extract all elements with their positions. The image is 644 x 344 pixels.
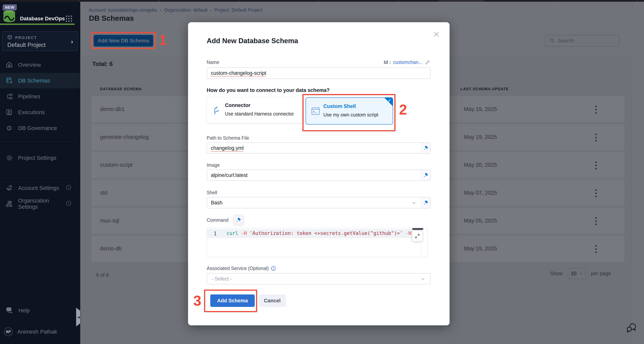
entity-id: Id : customchan... <box>384 59 431 65</box>
shell-select[interactable]: Bash <box>207 197 421 208</box>
annotation-number-3: 3 <box>193 292 201 309</box>
sidebar-item-project-settings[interactable]: Project Settings <box>0 150 80 166</box>
path-input-row: changelog.yml <box>207 142 430 154</box>
annotation-box-3 <box>204 290 257 312</box>
line-number: 1 <box>214 231 217 236</box>
project-label: PROJECT <box>15 36 37 40</box>
executions-icon <box>6 109 13 116</box>
sidebar-item-organization-settings[interactable]: Organization Settings <box>0 196 80 212</box>
image-label: Image <box>207 162 220 168</box>
add-schema-modal: Add New Database Schema Name Id : custom… <box>188 22 450 325</box>
sidebar: NEW Database DevOps PROJECT Default Proj… <box>0 2 80 344</box>
pin-toggle[interactable] <box>421 170 430 181</box>
database-devops-logo-icon <box>2 8 17 24</box>
edit-pencil-icon[interactable] <box>425 59 431 65</box>
user-menu[interactable]: AP Animesh Pathak <box>4 327 57 336</box>
sidebar-item-db-governance[interactable]: DB Governance <box>0 120 80 136</box>
name-label: Name <box>207 60 219 65</box>
fullscreen-icon <box>414 233 420 239</box>
info-icon <box>66 184 72 192</box>
info-icon[interactable] <box>271 266 276 271</box>
sidebar-item-executions[interactable]: Executions <box>0 104 80 120</box>
sidebar-item-overview[interactable]: Overview <box>0 57 80 72</box>
image-input-row: alpine/curl:latest <box>207 170 430 181</box>
close-icon[interactable] <box>432 30 440 38</box>
pin-icon <box>423 172 428 178</box>
help-button[interactable]: ? Help <box>6 306 30 314</box>
name-input[interactable]: custom-changelog-script <box>207 68 430 79</box>
command-label: Command <box>207 218 228 223</box>
annotation-number-2: 2 <box>399 101 407 118</box>
annotation-number-1: 1 <box>159 32 167 48</box>
sidebar-item-db-schemas[interactable]: DB Schemas <box>0 73 80 88</box>
gear-icon <box>6 154 13 162</box>
pin-toggle[interactable] <box>421 142 430 154</box>
command-code-editor[interactable]: 1 curl-H'Authorization: token <+secrets.… <box>207 228 428 257</box>
connector-icon <box>212 106 222 116</box>
help-chat-icon: ? <box>6 306 14 314</box>
chevron-down-icon <box>421 276 425 281</box>
project-name: Default Project <box>7 42 46 48</box>
sidebar-item-pipelines[interactable]: Pipelines <box>0 89 80 104</box>
pipelines-icon <box>6 93 13 100</box>
pin-icon <box>423 200 428 205</box>
shell-label: Shell <box>207 190 217 195</box>
pin-toggle[interactable] <box>233 215 244 225</box>
pin-toggle[interactable] <box>421 197 430 208</box>
annotation-box-2 <box>302 94 396 131</box>
chevron-right-icon: › <box>71 38 73 45</box>
service-select[interactable]: - Select - <box>207 273 430 284</box>
id-value[interactable]: customchan... <box>393 60 422 65</box>
modal-title: Add New Database Schema <box>207 37 298 45</box>
shell-select-row: Bash <box>207 197 430 208</box>
app-switcher-icon[interactable] <box>66 15 72 23</box>
new-badge: NEW <box>3 4 17 10</box>
user-name: Animesh Pathak <box>17 329 57 335</box>
annotation-box-1 <box>91 32 156 49</box>
cube-icon <box>7 34 12 41</box>
org-chart-gear-icon <box>6 200 13 208</box>
project-selector[interactable]: PROJECT Default Project › <box>2 31 78 51</box>
home-icon <box>6 61 13 68</box>
chevron-left-icon: ◀ <box>78 315 80 319</box>
sidebar-item-account-settings[interactable]: Account Settings <box>0 180 80 196</box>
cancel-button[interactable]: Cancel <box>258 294 286 307</box>
expand-editor-button[interactable] <box>412 231 422 241</box>
brand-underline <box>0 24 74 25</box>
layers-gear-icon <box>6 184 13 192</box>
image-input[interactable]: alpine/curl:latest <box>207 170 421 181</box>
app-title: Database DevOps <box>20 16 65 22</box>
chevron-down-icon <box>412 200 416 205</box>
info-icon <box>66 200 72 208</box>
pin-icon <box>423 146 428 151</box>
db-schema-icon <box>6 77 13 84</box>
svg-text:?: ? <box>8 308 10 311</box>
path-label: Path to Schema File <box>207 135 249 141</box>
connect-question: How do you want to connect to your data … <box>207 88 330 93</box>
service-label: Associated Service (Optional) <box>207 266 269 271</box>
governance-gear-icon <box>6 124 13 132</box>
browser-chrome-strip <box>0 0 644 2</box>
avatar: AP <box>4 327 13 336</box>
pin-icon <box>236 218 241 223</box>
option-card-connector[interactable]: Connector Use standard Harness connector <box>207 98 304 123</box>
divider <box>0 142 78 142</box>
path-input[interactable]: changelog.yml <box>207 142 421 154</box>
code-line: curl-H'Authorization: token <+secrets.ge… <box>226 230 422 236</box>
scrollbar-thumb[interactable] <box>412 228 423 230</box>
